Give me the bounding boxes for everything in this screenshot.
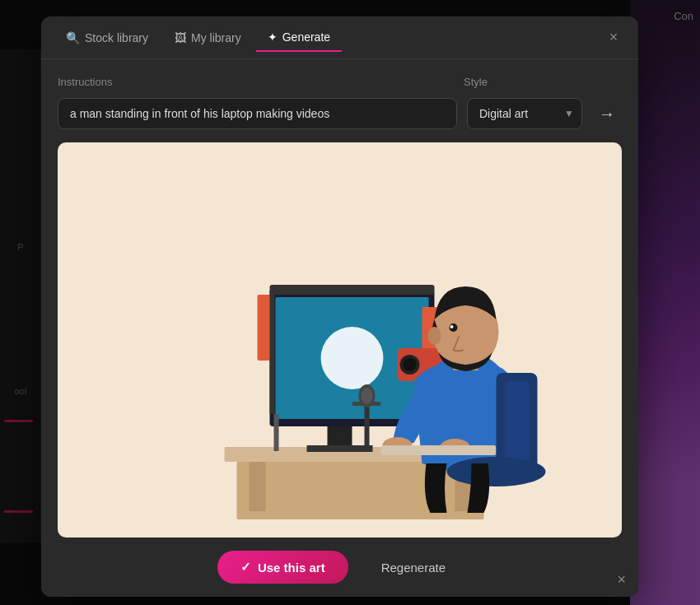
generate-icon: ✦ <box>268 30 278 44</box>
svg-rect-25 <box>381 445 497 455</box>
svg-point-33 <box>447 457 546 486</box>
tab-stock-label: Stock library <box>85 31 148 44</box>
modal-generate: 🔍 Stock library 🖼 My library ✦ Generate … <box>41 16 638 597</box>
generated-illustration <box>58 142 622 538</box>
style-label: Style <box>464 76 579 88</box>
regenerate-button[interactable]: Regenerate <box>365 551 462 584</box>
tab-my-library[interactable]: 🖼 My library <box>163 25 253 51</box>
tab-generate[interactable]: ✦ Generate <box>256 24 342 52</box>
use-art-label: Use this art <box>258 561 325 575</box>
svg-rect-6 <box>307 445 373 452</box>
svg-rect-3 <box>250 462 266 511</box>
modal-close-button[interactable]: × <box>602 26 625 49</box>
modal-tab-bar: 🔍 Stock library 🖼 My library ✦ Generate … <box>41 16 638 59</box>
svg-rect-18 <box>365 406 370 451</box>
svg-rect-2 <box>237 462 484 519</box>
modal-body: Instructions Style Digital art Photoreal… <box>41 59 638 538</box>
svg-point-28 <box>428 327 441 345</box>
checkmark-icon: ✓ <box>240 560 251 575</box>
generated-image-container <box>58 142 622 538</box>
style-select-container: Digital art Photorealistic Cartoon Sketc… <box>467 98 582 129</box>
tab-stock-library[interactable]: 🔍 Stock library <box>54 25 160 51</box>
svg-rect-32 <box>505 381 530 463</box>
library-icon: 🖼 <box>175 31 186 44</box>
modal-footer: ✓ Use this art Regenerate <box>41 538 638 597</box>
instructions-input[interactable] <box>58 98 457 129</box>
tab-my-label: My library <box>191 31 241 44</box>
bottom-close-x[interactable]: × <box>617 571 626 589</box>
generate-submit-button[interactable]: → <box>592 101 622 127</box>
use-art-button[interactable]: ✓ Use this art <box>217 551 348 584</box>
search-icon: 🔍 <box>66 31 80 44</box>
tab-generate-label: Generate <box>282 30 330 44</box>
svg-rect-35 <box>270 291 275 414</box>
svg-rect-34 <box>274 414 279 451</box>
instructions-label: Instructions <box>58 76 454 88</box>
svg-point-10 <box>321 327 384 389</box>
style-select[interactable]: Digital art Photorealistic Cartoon Sketc… <box>467 98 582 129</box>
svg-point-21 <box>362 388 373 404</box>
svg-point-30 <box>450 325 454 328</box>
svg-rect-36 <box>270 285 435 295</box>
svg-point-17 <box>404 358 417 371</box>
